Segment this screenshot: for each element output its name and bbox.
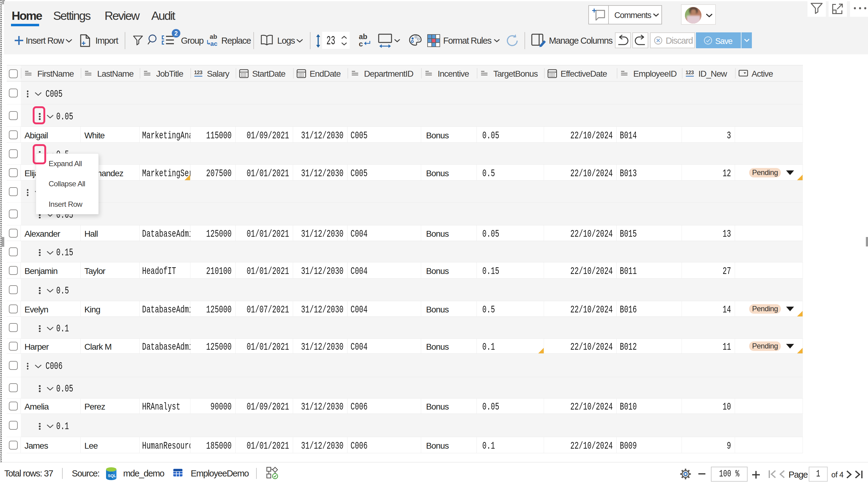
svg-text:c: c — [359, 40, 363, 48]
svg-text:SQL: SQL — [108, 474, 116, 478]
svg-text:123: 123 — [194, 70, 202, 75]
svg-text:ac: ac — [210, 40, 218, 47]
svg-text:123: 123 — [685, 70, 694, 75]
svg-text:ab: ab — [210, 34, 217, 40]
